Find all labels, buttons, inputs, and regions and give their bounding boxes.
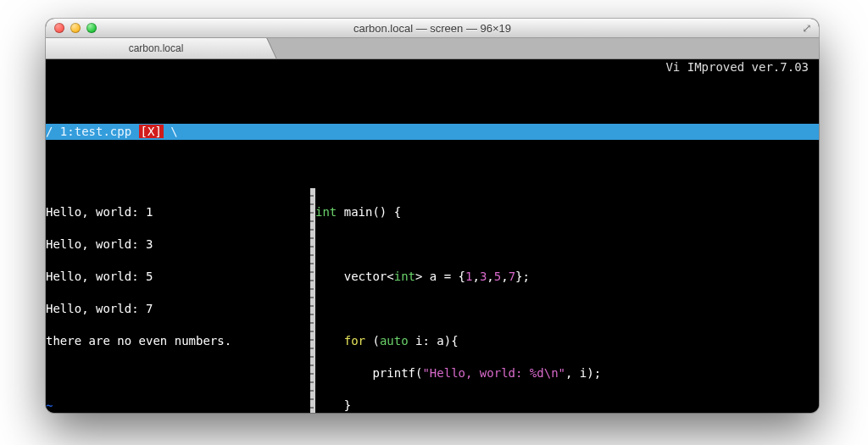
terminal-tabbar: carbon.local	[46, 38, 819, 59]
vim-tilde-line: ~	[46, 398, 310, 413]
terminal-tab-label: carbon.local	[129, 42, 184, 54]
code-line: }	[315, 398, 819, 413]
output-line: Hello, world: 5	[46, 269, 310, 285]
code-line: for (auto i: a){	[315, 333, 819, 349]
output-line: Hello, world: 1	[46, 204, 310, 220]
buffer-modified-flag: [X]	[139, 125, 164, 138]
titlebar[interactable]: carbon.local — screen — 96×19 ⤢	[46, 19, 819, 38]
vim-left-pane[interactable]: Hello, world: 1 Hello, world: 3 Hello, w…	[46, 188, 310, 413]
terminal-window: carbon.local — screen — 96×19 ⤢ carbon.l…	[46, 19, 819, 413]
output-line: there are no even numbers.	[46, 333, 310, 349]
output-line: Hello, world: 3	[46, 236, 310, 253]
fullscreen-icon[interactable]: ⤢	[802, 22, 814, 34]
terminal-tab-active[interactable]: carbon.local	[46, 38, 267, 58]
empty-line	[46, 365, 310, 381]
buffer-tab-sep: \	[164, 125, 178, 138]
terminal-content[interactable]: Vi IMproved ver.7.03 / 1:test.cpp [X] \ …	[46, 59, 819, 413]
code-line	[315, 236, 819, 253]
code-line	[315, 301, 819, 317]
vim-version-label: Vi IMproved ver.7.03	[665, 59, 809, 75]
code-line: int main() {	[315, 204, 819, 220]
vim-buffer-tabline[interactable]: / 1:test.cpp [X] \	[46, 124, 819, 140]
vim-right-pane[interactable]: int main() { vector<int> a = {1,3,5,7}; …	[315, 188, 819, 413]
code-line: printf("Hello, world: %d\n", i);	[315, 365, 819, 381]
output-line: Hello, world: 7	[46, 301, 310, 317]
buffer-tab-label: / 1:test.cpp	[46, 125, 139, 138]
vim-split-container: Hello, world: 1 Hello, world: 3 Hello, w…	[46, 188, 819, 413]
window-title: carbon.local — screen — 96×19	[46, 22, 819, 35]
code-line: vector<int> a = {1,3,5,7};	[315, 269, 819, 285]
